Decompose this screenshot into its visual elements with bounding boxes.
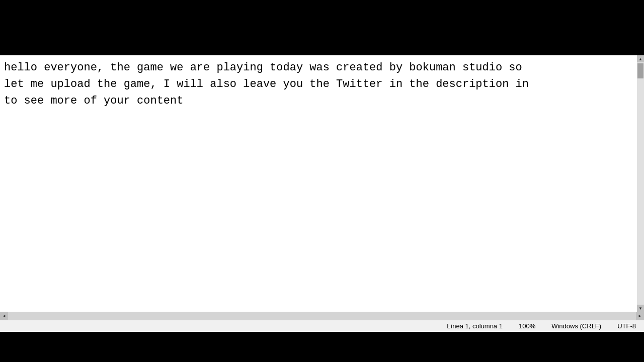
horizontal-scroll-track[interactable] <box>8 312 636 320</box>
line-ending: Windows (CRLF) <box>551 322 601 330</box>
cursor-position: Línea 1, columna 1 <box>447 322 503 330</box>
vertical-scrollbar[interactable]: ▲ ▼ <box>637 55 644 312</box>
bottom-black-bar <box>0 332 644 362</box>
scroll-thumb[interactable] <box>637 63 643 78</box>
scroll-up-arrow[interactable]: ▲ <box>637 55 644 62</box>
editor-wrapper: hello everyone, the game we are playing … <box>0 55 644 332</box>
status-bar: Línea 1, columna 1 100% Windows (CRLF) U… <box>0 320 644 332</box>
encoding: UTF-8 <box>617 322 636 330</box>
scroll-right-arrow[interactable]: ► <box>636 312 644 320</box>
editor-content[interactable]: hello everyone, the game we are playing … <box>0 55 644 312</box>
scroll-down-arrow[interactable]: ▼ <box>637 305 644 312</box>
top-black-bar <box>0 0 644 55</box>
scroll-left-arrow[interactable]: ◄ <box>0 312 8 320</box>
zoom-level: 100% <box>519 322 535 330</box>
horizontal-scrollbar[interactable]: ◄ ► <box>0 312 644 320</box>
